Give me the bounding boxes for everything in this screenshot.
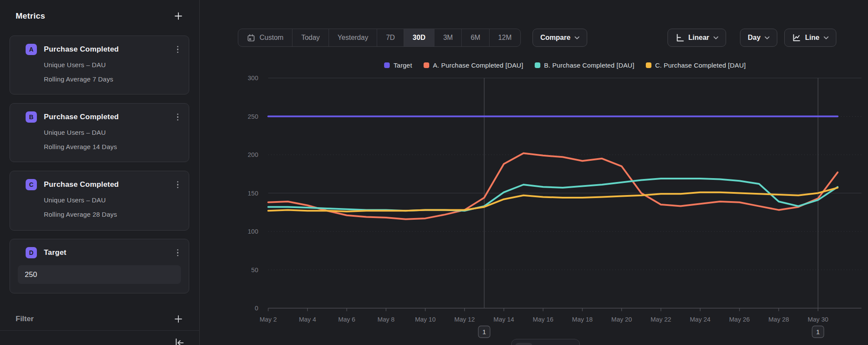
add-filter-button[interactable]: [174, 315, 183, 323]
x-axis-tick-label: May 6: [338, 316, 355, 323]
x-axis-tick-label: May 10: [415, 316, 436, 323]
metric-card-b[interactable]: B Purchase Completed Unique Users – DAU …: [10, 103, 189, 162]
add-metric-button[interactable]: [174, 12, 183, 20]
metric-menu-button[interactable]: [175, 247, 181, 258]
y-axis-tick-label: 200: [248, 151, 258, 158]
chart-view-bar-button[interactable]: [537, 343, 554, 345]
sidebar-divider: [0, 330, 199, 331]
y-axis-tick-label: 50: [251, 267, 258, 273]
y-axis-tick-label: 100: [248, 228, 258, 235]
line-chart[interactable]: 050100150200250300May 2May 4May 6May 8Ma…: [200, 0, 868, 345]
metrics-title: Metrics: [16, 11, 45, 21]
metric-title: Purchase Completed: [44, 180, 119, 189]
target-title: Target: [44, 248, 66, 257]
x-axis-tick-label: May 2: [260, 316, 277, 323]
metrics-report-page: Metrics A Purchase Completed Unique User…: [0, 0, 868, 345]
y-axis-tick-label: 300: [248, 75, 258, 81]
chart-view-table-button[interactable]: [559, 343, 576, 345]
chart-bottom-toolbar: [511, 339, 580, 345]
metric-measure[interactable]: Unique Users – DAU: [44, 196, 181, 204]
metric-menu-button[interactable]: [175, 44, 181, 55]
target-value-input[interactable]: [18, 265, 181, 284]
x-axis-tick-label: May 30: [808, 316, 829, 323]
x-axis-tick-label: May 8: [378, 316, 395, 323]
x-axis-tick-label: May 14: [493, 316, 514, 323]
annotation-marker-label: 1: [816, 328, 820, 335]
series-line[interactable]: [268, 179, 838, 211]
metric-badge-c: C: [26, 179, 37, 190]
collapse-sidebar-button[interactable]: [174, 337, 185, 345]
y-axis-tick-label: 250: [248, 113, 258, 120]
collapse-panel-icon: [174, 337, 185, 345]
x-axis-tick-label: May 4: [299, 316, 316, 323]
metrics-header: Metrics: [16, 11, 183, 21]
x-axis-tick-label: May 16: [533, 316, 554, 323]
annotation-marker-label: 1: [482, 328, 486, 335]
metric-menu-button[interactable]: [175, 112, 181, 123]
filter-title: Filter: [16, 315, 34, 323]
chart-view-line-button[interactable]: [515, 343, 533, 345]
target-card[interactable]: D Target: [10, 239, 189, 293]
series-line[interactable]: [268, 188, 838, 212]
x-axis-tick-label: May 28: [768, 316, 789, 323]
metric-measure[interactable]: Unique Users – DAU: [44, 61, 181, 68]
x-axis-tick-label: May 12: [454, 316, 475, 323]
metric-badge-a: A: [26, 44, 37, 55]
metric-badge-d: D: [26, 247, 37, 258]
x-axis-tick-label: May 22: [651, 316, 671, 323]
metric-title: Purchase Completed: [44, 45, 119, 54]
x-axis-tick-label: May 20: [612, 316, 632, 323]
metrics-sidebar: Metrics A Purchase Completed Unique User…: [0, 0, 200, 345]
metric-transform[interactable]: Rolling Average 28 Days: [44, 211, 181, 218]
plus-icon: [174, 315, 183, 323]
metric-transform[interactable]: Rolling Average 14 Days: [44, 143, 181, 150]
plus-icon: [174, 12, 183, 20]
y-axis-tick-label: 0: [255, 305, 258, 312]
metric-transform[interactable]: Rolling Average 7 Days: [44, 75, 181, 83]
filter-section: Filter: [16, 315, 183, 323]
metric-measure[interactable]: Unique Users – DAU: [44, 129, 181, 136]
metric-badge-b: B: [26, 111, 37, 123]
metric-card-c[interactable]: C Purchase Completed Unique Users – DAU …: [10, 171, 189, 231]
metric-menu-button[interactable]: [175, 179, 181, 190]
y-axis-tick-label: 150: [248, 190, 258, 197]
x-axis-tick-label: May 18: [572, 316, 593, 323]
metric-card-a[interactable]: A Purchase Completed Unique Users – DAU …: [10, 36, 189, 94]
x-axis-tick-label: May 26: [729, 316, 750, 323]
x-axis-tick-label: May 24: [690, 316, 711, 323]
metric-title: Purchase Completed: [44, 113, 119, 121]
